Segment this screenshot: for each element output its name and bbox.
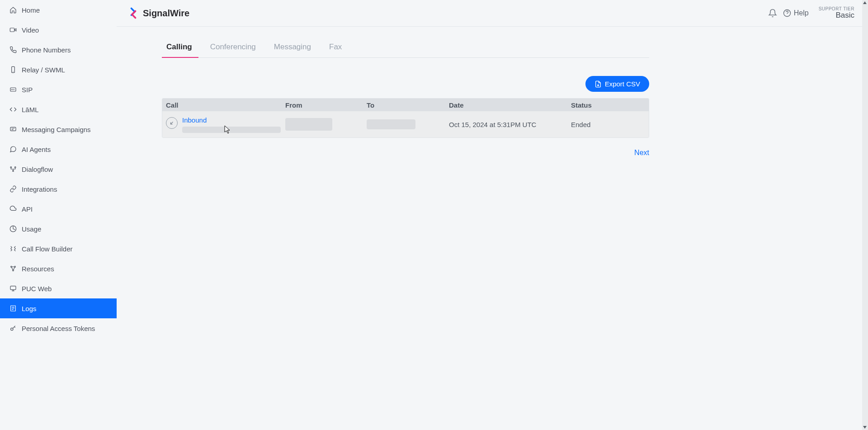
notifications-button[interactable] [764, 5, 781, 22]
sidebar-item-label: Phone Numbers [22, 46, 71, 54]
svg-rect-11 [10, 286, 16, 290]
usage-icon [9, 225, 17, 233]
sidebar-item-label: API [22, 205, 33, 213]
tab-label: Conferencing [210, 43, 256, 51]
call-direction-link[interactable]: Inbound [182, 116, 281, 124]
logs-icon [9, 304, 17, 312]
sidebar-item-label: Integrations [22, 185, 57, 193]
integrations-icon [9, 185, 17, 193]
tabs: Calling Conferencing Messaging Fax [162, 37, 649, 58]
svg-point-6 [13, 170, 14, 172]
main-area: SignalWire Help SUPPORT TIER Basic [117, 0, 868, 430]
svg-point-8 [11, 266, 12, 268]
scroll-up-arrow-icon[interactable] [863, 1, 867, 4]
sidebar-item-label: Messaging Campaigns [22, 126, 91, 133]
sidebar-item-label: SIP [22, 86, 33, 94]
svg-point-10 [13, 270, 14, 271]
ai-icon [9, 145, 17, 153]
file-export-icon [594, 80, 602, 88]
flow-icon [9, 245, 17, 253]
sidebar-item-label: Usage [22, 225, 41, 233]
table-row[interactable]: Inbound Oct 15, 2024 at 5:31PM UTC Ended [162, 111, 649, 137]
relay-icon [9, 66, 17, 74]
header: SignalWire Help SUPPORT TIER Basic [117, 0, 868, 27]
help-button[interactable]: Help [783, 9, 809, 17]
sip-icon [9, 85, 17, 94]
puc-icon [9, 284, 17, 293]
tab-conferencing[interactable]: Conferencing [206, 37, 262, 58]
col-header-status[interactable]: Status [571, 101, 649, 109]
sidebar-item-home[interactable]: Home [0, 0, 117, 20]
sidebar-item-relay[interactable]: Relay / SWML [0, 60, 117, 80]
cell-status: Ended [571, 121, 649, 128]
toolbar: Export CSV [162, 76, 649, 92]
token-icon [9, 324, 17, 332]
svg-point-4 [10, 167, 12, 168]
sidebar-item-puc[interactable]: PUC Web [0, 279, 117, 298]
sidebar-item-sip[interactable]: SIP [0, 80, 117, 99]
sidebar-item-label: Home [22, 6, 40, 14]
col-header-date[interactable]: Date [449, 101, 571, 109]
sidebar-item-label: Call Flow Builder [22, 245, 73, 253]
export-label: Export CSV [605, 80, 640, 88]
brand-name: SignalWire [143, 8, 189, 19]
sidebar-item-label: Relay / SWML [22, 66, 65, 74]
export-csv-button[interactable]: Export CSV [585, 76, 649, 92]
sidebar-item-label: LāML [22, 106, 39, 113]
table-header: Call From To Date Status [162, 99, 649, 111]
bell-icon [768, 9, 777, 18]
cell-from [285, 118, 367, 131]
content: Calling Conferencing Messaging Fax [117, 27, 868, 157]
cell-date: Oct 15, 2024 at 5:31PM UTC [449, 121, 571, 128]
sidebar: Home Video Phone Numbers Relay / SWML SI [0, 0, 117, 430]
tab-calling[interactable]: Calling [162, 37, 198, 58]
brand-logo[interactable]: SignalWire [127, 6, 189, 20]
sidebar-item-call-flow[interactable]: Call Flow Builder [0, 239, 117, 259]
next-page-link[interactable]: Next [634, 149, 649, 157]
svg-rect-2 [10, 88, 16, 91]
dialogflow-icon [9, 165, 17, 173]
support-tier-value: Basic [819, 11, 854, 20]
sidebar-item-resources[interactable]: Resources [0, 259, 117, 279]
sidebar-item-label: Logs [22, 305, 37, 312]
col-header-call[interactable]: Call [162, 101, 285, 109]
sidebar-item-api[interactable]: API [0, 199, 117, 219]
col-header-from[interactable]: From [285, 101, 367, 109]
svg-point-5 [14, 167, 16, 168]
sidebar-item-phone-numbers[interactable]: Phone Numbers [0, 40, 117, 60]
sidebar-item-label: Dialogflow [22, 165, 53, 173]
sidebar-item-laml[interactable]: LāML [0, 99, 117, 119]
laml-icon [9, 105, 17, 113]
tab-messaging[interactable]: Messaging [269, 37, 317, 58]
svg-rect-0 [10, 28, 14, 32]
tab-label: Fax [329, 43, 342, 51]
help-icon [783, 9, 791, 17]
tab-label: Calling [166, 43, 192, 51]
sidebar-item-logs[interactable]: Logs [0, 298, 117, 318]
sidebar-item-ai-agents[interactable]: AI Agents [0, 139, 117, 159]
cell-to [367, 119, 449, 129]
sidebar-item-label: Video [22, 26, 39, 34]
sidebar-item-label: PUC Web [22, 285, 52, 293]
svg-rect-1 [12, 66, 15, 72]
scroll-down-arrow-icon[interactable] [863, 426, 867, 429]
messaging-icon [9, 125, 17, 133]
phone-icon [9, 46, 17, 54]
tab-label: Messaging [274, 43, 311, 51]
support-tier[interactable]: SUPPORT TIER Basic [819, 6, 857, 20]
logs-table: Call From To Date Status Inbound [162, 98, 649, 138]
video-icon [9, 26, 17, 34]
sidebar-item-usage[interactable]: Usage [0, 219, 117, 239]
sidebar-item-video[interactable]: Video [0, 20, 117, 40]
brand-mark-icon [127, 6, 140, 20]
col-header-to[interactable]: To [367, 101, 449, 109]
svg-point-9 [14, 266, 16, 268]
sidebar-item-integrations[interactable]: Integrations [0, 179, 117, 199]
sidebar-item-tokens[interactable]: Personal Access Tokens [0, 318, 117, 338]
resources-icon [9, 265, 17, 273]
scrollbar[interactable] [862, 0, 868, 430]
pagination: Next [162, 149, 649, 157]
sidebar-item-messaging-campaigns[interactable]: Messaging Campaigns [0, 119, 117, 139]
sidebar-item-dialogflow[interactable]: Dialogflow [0, 159, 117, 179]
tab-fax[interactable]: Fax [325, 37, 348, 58]
